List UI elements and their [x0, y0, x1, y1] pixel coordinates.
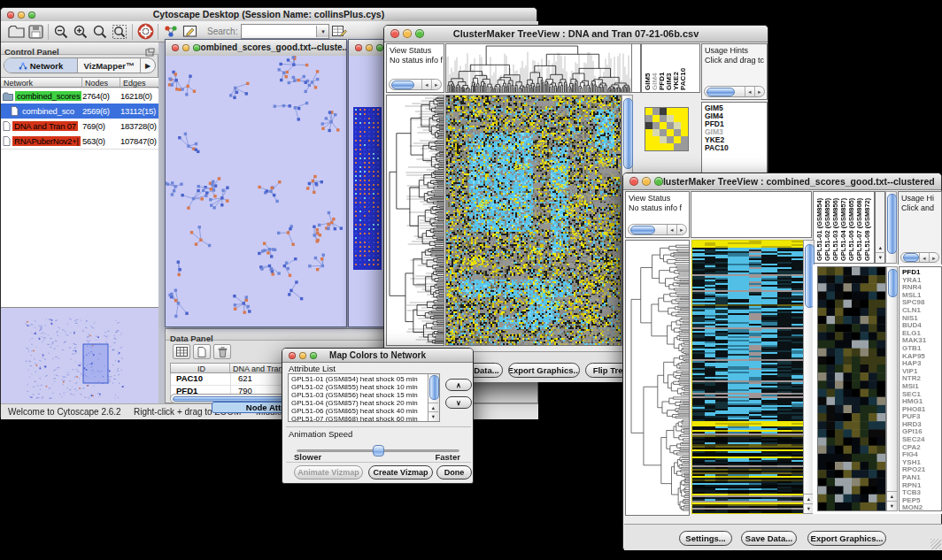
- combo-arrow-icon[interactable]: ▾: [316, 26, 328, 37]
- maximize-button[interactable]: [654, 177, 663, 186]
- close-button[interactable]: [629, 177, 638, 186]
- scroll-up-icon[interactable]: ▴: [887, 491, 897, 501]
- scroll-down-icon[interactable]: ▾: [429, 411, 438, 421]
- animate-vizmap-button[interactable]: Animate Vizmap: [294, 465, 363, 479]
- save-data-button[interactable]: Save Data...: [741, 531, 797, 546]
- scroll-up-icon[interactable]: ▴: [876, 243, 885, 252]
- treeview2-titlebar[interactable]: ClusterMaker TreeView : combined_scores_…: [623, 173, 941, 190]
- zoom-fit-icon[interactable]: [110, 23, 129, 41]
- vscroll-thumb[interactable]: [888, 269, 898, 297]
- secondary-heatmap-canvas[interactable]: [817, 266, 886, 511]
- attribute-item[interactable]: GPL51-03 (GSM856) heat shock 15 min: [290, 391, 428, 399]
- minimize-button[interactable]: [366, 44, 373, 51]
- settings-button[interactable]: Settings...: [679, 531, 732, 546]
- maximize-button[interactable]: [28, 12, 35, 19]
- close-button[interactable]: [289, 352, 296, 359]
- network-row[interactable]: combined_scores2764(0)16218(0): [1, 88, 158, 104]
- scroll-left-icon[interactable]: ◂: [919, 253, 929, 262]
- zoom-selected-icon[interactable]: [90, 23, 110, 41]
- scroll-left-icon[interactable]: ◂: [421, 80, 431, 89]
- create-vizmap-button[interactable]: Create Vizmap: [368, 465, 433, 479]
- column-header-nodes[interactable]: Nodes: [82, 78, 120, 87]
- gene-label[interactable]: MON2: [902, 504, 941, 511]
- help-lifering-icon[interactable]: [135, 23, 155, 41]
- table-icon[interactable]: [173, 344, 190, 359]
- column-labels-scrollbar[interactable]: [885, 191, 897, 264]
- table-edit-icon[interactable]: [329, 23, 349, 41]
- scroll-right-icon[interactable]: ▸: [431, 80, 441, 89]
- open-folder-icon[interactable]: [6, 23, 26, 41]
- minimize-button[interactable]: [642, 177, 651, 186]
- done-button[interactable]: Done: [436, 465, 472, 479]
- column-header-edges[interactable]: Edges: [120, 78, 158, 87]
- usage-hints-scrollbar[interactable]: ◂▸: [704, 86, 765, 97]
- tab-vizmapper[interactable]: VizMapper™: [78, 58, 141, 73]
- scroll-right-icon[interactable]: ▸: [754, 87, 764, 96]
- tab-network[interactable]: Network: [4, 58, 78, 73]
- gene-label[interactable]: PAC10: [705, 144, 767, 152]
- usage-hints-scrollbar[interactable]: ◂▸: [900, 252, 939, 263]
- scroll-left-icon[interactable]: ◂: [667, 225, 676, 234]
- close-button[interactable]: [355, 44, 362, 51]
- attribute-list-scrollbar[interactable]: ▴ ▾: [428, 374, 439, 421]
- tab-overflow-arrow[interactable]: ▶: [141, 58, 155, 73]
- vscroll-thumb[interactable]: [623, 98, 633, 169]
- network-row[interactable]: RNAPuberNov2+|563(0)107847(0): [1, 134, 158, 149]
- scroll-down-icon[interactable]: ▾: [887, 501, 897, 510]
- column-dendrogram-canvas[interactable]: [445, 43, 632, 93]
- close-button[interactable]: [172, 44, 179, 51]
- vizmapper-icon[interactable]: [161, 23, 181, 41]
- maximize-button[interactable]: [415, 29, 424, 38]
- zoom-in-icon[interactable]: [71, 23, 90, 41]
- minimize-button[interactable]: [182, 44, 189, 51]
- new-attribute-icon[interactable]: [193, 344, 211, 359]
- attribute-item[interactable]: GPL51-02 (GSM855) heat shock 10 min: [290, 383, 428, 391]
- data-column-id[interactable]: ID: [171, 364, 230, 372]
- view-status-scrollbar[interactable]: ◂▸: [389, 79, 442, 90]
- scroll-right-icon[interactable]: ▸: [676, 225, 686, 234]
- resize-grip[interactable]: [930, 539, 941, 549]
- close-button[interactable]: [7, 12, 14, 19]
- treeview1-titlebar[interactable]: ClusterMaker TreeView : DNA and Tran 07-…: [384, 26, 768, 42]
- secondary-vscrollbar[interactable]: ▴ ▾: [886, 266, 898, 511]
- attribute-item[interactable]: GPL51-04 (GSM857) heat shock 20 min: [290, 399, 428, 407]
- annotation-icon[interactable]: [181, 23, 200, 41]
- search-input[interactable]: ▾: [241, 24, 329, 39]
- zoom-out-icon[interactable]: [51, 23, 71, 41]
- export-graphics-button[interactable]: Export Graphics...: [807, 531, 886, 546]
- move-up-button[interactable]: ∧: [445, 379, 472, 391]
- network-row[interactable]: combined_sco2569(6)13112(15): [1, 104, 158, 119]
- heatmap-canvas[interactable]: [445, 95, 622, 346]
- attribute-item[interactable]: GPL51-07 (GSM868) heat shock 60 min: [290, 415, 428, 422]
- scroll-left-icon[interactable]: ◂: [745, 87, 754, 96]
- slider-thumb[interactable]: [373, 445, 384, 456]
- view-status-scrollbar[interactable]: ◂▸: [628, 224, 687, 235]
- dialog-titlebar[interactable]: Map Colors to Network: [282, 349, 473, 363]
- minimize-button[interactable]: [299, 352, 306, 359]
- vscroll-thumb[interactable]: [429, 375, 439, 400]
- trash-icon[interactable]: [213, 344, 231, 359]
- network-view-titlebar[interactable]: combined_scores_good.txt--cluste...: [166, 40, 346, 57]
- scroll-right-icon[interactable]: ▸: [929, 253, 938, 262]
- move-down-button[interactable]: ∨: [445, 396, 472, 409]
- close-button[interactable]: [390, 29, 399, 38]
- heatmap-canvas[interactable]: [691, 240, 804, 514]
- network-row[interactable]: DNA and Tran 07769(0)183728(0): [1, 119, 158, 134]
- minimize-button[interactable]: [403, 29, 412, 38]
- birdseye-view[interactable]: [1, 307, 158, 403]
- maximize-button[interactable]: [193, 44, 200, 51]
- export-graphics-button[interactable]: Export Graphics...: [508, 363, 580, 378]
- save-icon[interactable]: [26, 23, 45, 41]
- minimize-button[interactable]: [18, 12, 25, 19]
- row-dendrogram-canvas[interactable]: [386, 95, 444, 346]
- main-titlebar[interactable]: Cytoscape Desktop (Session Name: collins…: [1, 8, 537, 22]
- birdseye-canvas[interactable]: [2, 309, 158, 403]
- column-header-network[interactable]: Network: [1, 78, 82, 87]
- attribute-item[interactable]: GPL51-06 (GSM865) heat shock 40 min: [290, 407, 428, 415]
- maximize-button[interactable]: [310, 352, 317, 359]
- vscroll-thumb[interactable]: [887, 194, 897, 254]
- scroll-down-icon[interactable]: ▾: [876, 252, 885, 262]
- maximize-button[interactable]: [376, 44, 383, 51]
- attribute-item[interactable]: GPL51-01 (GSM854) heat shock 05 min: [290, 375, 428, 383]
- row-dendrogram-canvas[interactable]: [625, 240, 690, 516]
